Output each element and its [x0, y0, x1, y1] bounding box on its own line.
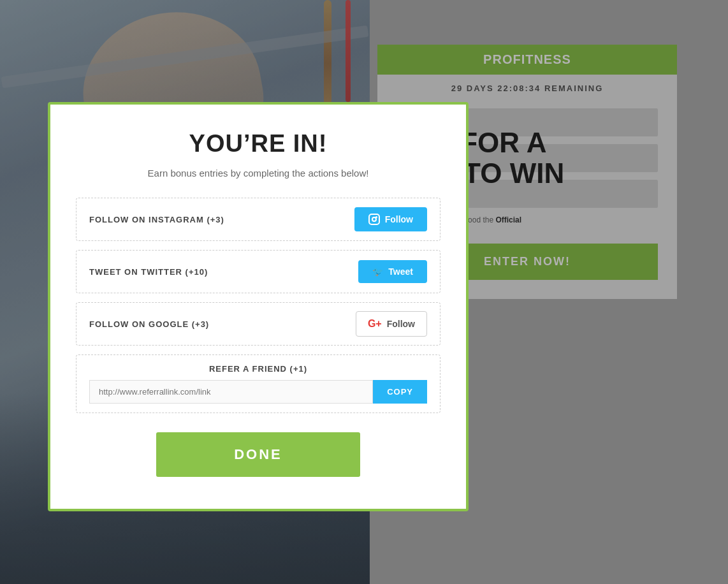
- instagram-icon: [368, 214, 380, 225]
- google-action-label: FOLLOW ON GOOGLE (+3): [89, 319, 209, 329]
- modal-title: YOU’RE IN!: [76, 130, 440, 157]
- instagram-follow-label: Follow: [385, 214, 413, 224]
- twitter-action-card: TWEET ON TWITTER (+10) 🐦 Tweet: [76, 250, 440, 293]
- refer-friend-card: REFER A FRIEND (+1) COPY: [76, 354, 440, 413]
- modal-dialog: YOU’RE IN! Earn bonus entries by complet…: [48, 102, 469, 511]
- google-follow-label: Follow: [387, 319, 415, 329]
- twitter-icon: 🐦: [372, 266, 383, 277]
- instagram-action-card: FOLLOW ON INSTAGRAM (+3) Follow: [76, 198, 440, 241]
- tweet-button[interactable]: 🐦 Tweet: [358, 260, 427, 283]
- tweet-label: Tweet: [388, 266, 413, 277]
- google-action-card: FOLLOW ON GOOGLE (+3) G+ Follow: [76, 302, 440, 346]
- referral-link-input[interactable]: [89, 380, 373, 404]
- twitter-action-label: TWEET ON TWITTER (+10): [89, 267, 208, 277]
- google-plus-icon: G+: [368, 318, 382, 330]
- copy-button[interactable]: COPY: [373, 380, 427, 404]
- refer-label: REFER A FRIEND (+1): [89, 364, 427, 374]
- done-button[interactable]: DONE: [156, 432, 360, 477]
- instagram-follow-button[interactable]: Follow: [354, 207, 427, 231]
- refer-input-row: COPY: [89, 380, 427, 404]
- google-follow-button[interactable]: G+ Follow: [356, 311, 427, 337]
- modal-subtitle: Earn bonus entries by completing the act…: [76, 168, 440, 179]
- instagram-action-label: FOLLOW ON INSTAGRAM (+3): [89, 215, 224, 224]
